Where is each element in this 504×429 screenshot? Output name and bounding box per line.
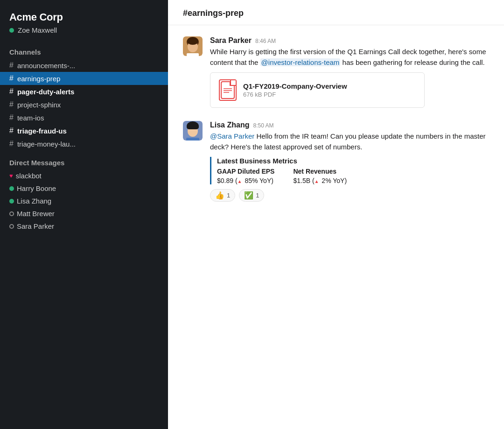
online-status-dot [9,199,14,204]
hash-icon: # [9,140,14,148]
hash-icon: # [9,87,14,96]
svg-rect-12 [187,125,199,129]
channels-section-label: Channels [0,40,168,59]
mention-investor-relations[interactable]: @investor-relations-team [260,58,341,66]
sidebar-item-team-ios[interactable]: # team-ios [0,111,168,124]
channel-name: pager-duty-alerts [17,88,75,96]
reaction-checkmark[interactable]: ✅ 1 [239,189,264,202]
hash-icon: # [9,61,14,70]
heart-icon: ♥ [9,172,13,179]
metric-eps-value: $0.89 (▲ 85% YoY) [217,177,274,184]
sidebar-item-matt-brewer[interactable]: Matt Brewer [0,207,168,220]
sidebar-item-slackbot[interactable]: ♥ slackbot [0,169,168,182]
message-content-lisa: Lisa Zhang 8:50 AM @Sara Parker Hello fr… [210,121,489,202]
avatar-lisa [183,121,203,141]
message-sara: Sara Parker 8:46 AM While Harry is getti… [183,36,489,108]
svg-rect-13 [186,138,199,141]
sidebar-item-harry-boone[interactable]: Harry Boone [0,182,168,195]
channel-name: team-ios [17,114,44,122]
offline-status-dot [9,224,14,229]
channel-header: #earnings-prep [168,0,504,25]
message-lisa: Lisa Zhang 8:50 AM @Sara Parker Hello fr… [183,121,489,202]
dm-name: slackbot [16,172,42,180]
sidebar-item-earnings-prep[interactable]: # earnings-prep [0,72,168,85]
channel-title: #earnings-prep [183,8,244,18]
sidebar-item-announcements[interactable]: # announcements-... [0,59,168,72]
mention-sara-parker[interactable]: @Sara Parker [210,132,254,140]
hash-icon: # [9,127,14,135]
thumbsup-emoji: 👍 [215,191,224,200]
sender-name-lisa: Lisa Zhang [210,121,249,129]
channel-name: announcements-... [17,62,75,70]
main-content: #earnings-prep [168,0,504,429]
timestamp-sara: 8:46 AM [255,38,276,44]
svg-rect-4 [187,53,199,56]
metric-eps-label: GAAP Diluted EPS [217,168,274,175]
user-status-dot [9,28,14,33]
offline-status-dot [9,211,14,216]
svg-rect-5 [221,82,234,98]
hash-icon: # [9,113,14,122]
message-text-lisa: @Sara Parker Hello from the IR team! Can… [210,131,489,152]
attachment-info: Q1-FY2019-Company-Overview 676 kB PDF [243,82,347,98]
sender-name-sara: Sara Parker [210,36,252,45]
dm-section-label: Direct Messages [0,150,168,169]
sidebar-header: Acme Corp Zoe Maxwell [0,0,168,40]
metric-revenue-value: $1.5B (▲ 2% YoY) [293,177,347,184]
channel-name: triage-money-lau... [17,140,76,148]
attachment-name: Q1-FY2019-Company-Overview [243,82,347,90]
reactions: 👍 1 ✅ 1 [210,189,489,202]
message-content-sara: Sara Parker 8:46 AM While Harry is getti… [210,36,489,108]
avatar-sara [183,36,203,56]
metrics-block: Latest Business Metrics GAAP Diluted EPS… [210,157,425,184]
thumbsup-count: 1 [227,192,230,199]
sidebar-item-lisa-zhang[interactable]: Lisa Zhang [0,195,168,207]
checkmark-count: 1 [256,192,259,199]
current-user-name: Zoe Maxwell [18,26,57,34]
channel-name: project-sphinx [17,101,61,109]
pdf-icon [219,79,237,101]
sidebar-item-sara-parker[interactable]: Sara Parker [0,220,168,232]
messages-area: Sara Parker 8:46 AM While Harry is getti… [168,25,504,429]
channel-name: earnings-prep [17,75,61,83]
channels-list: # announcements-... # earnings-prep # pa… [0,59,168,150]
metric-eps: GAAP Diluted EPS $0.89 (▲ 85% YoY) [217,168,274,184]
sidebar: Acme Corp Zoe Maxwell Channels # announc… [0,0,168,429]
dm-name: Sara Parker [17,222,54,230]
message-meta-lisa: Lisa Zhang 8:50 AM [210,121,489,129]
up-arrow-eps: ▲ [238,179,242,184]
sidebar-item-pager-duty[interactable]: # pager-duty-alerts [0,85,168,98]
pdf-attachment[interactable]: Q1-FY2019-Company-Overview 676 kB PDF [210,72,425,108]
online-status-dot [9,186,14,191]
metric-revenue: Net Revenues $1.5B (▲ 2% YoY) [293,168,347,184]
dm-name: Lisa Zhang [17,197,51,205]
message-meta-sara: Sara Parker 8:46 AM [210,36,489,45]
hash-icon: # [9,74,14,83]
metrics-title: Latest Business Metrics [217,157,425,165]
metrics-row: GAAP Diluted EPS $0.89 (▲ 85% YoY) Net R… [217,168,425,184]
up-arrow-revenue: ▲ [315,179,319,184]
sidebar-item-triage-money[interactable]: # triage-money-lau... [0,137,168,150]
attachment-meta: 676 kB PDF [243,91,347,98]
message-text-sara: While Harry is getting the first version… [210,47,489,68]
timestamp-lisa: 8:50 AM [253,122,273,129]
workspace-name[interactable]: Acme Corp [9,11,159,23]
reaction-thumbsup[interactable]: 👍 1 [210,189,235,202]
channel-name: triage-fraud-us [17,127,67,135]
svg-point-3 [187,37,198,45]
dm-name: Matt Brewer [17,210,55,218]
user-status: Zoe Maxwell [9,26,159,34]
dm-name: Harry Boone [17,184,56,192]
sidebar-item-project-sphinx[interactable]: # project-sphinx [0,98,168,111]
metric-revenue-label: Net Revenues [293,168,347,175]
hash-icon: # [9,100,14,109]
sidebar-item-triage-fraud[interactable]: # triage-fraud-us [0,124,168,137]
dm-list: ♥ slackbot Harry Boone Lisa Zhang Matt B… [0,169,168,232]
checkmark-emoji: ✅ [244,191,253,200]
